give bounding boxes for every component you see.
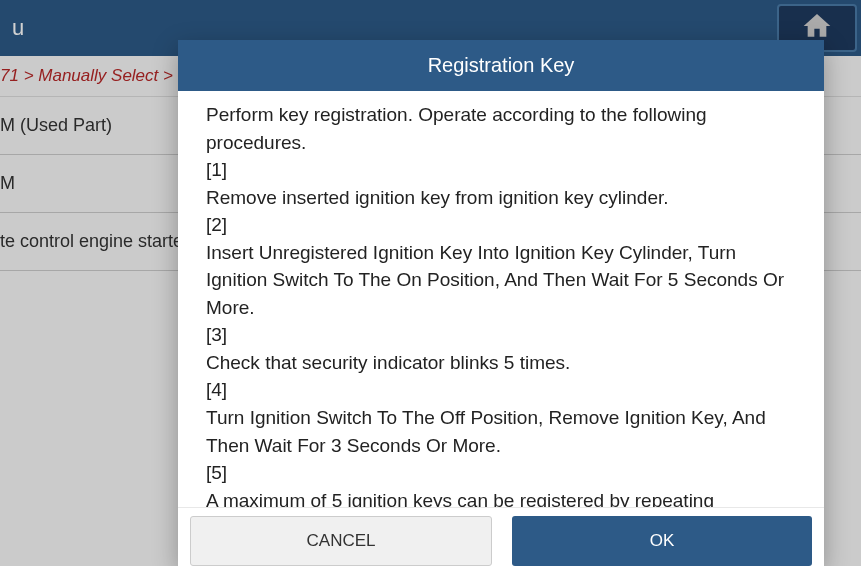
dialog-title: Registration Key xyxy=(178,40,824,91)
cancel-button[interactable]: CANCEL xyxy=(190,516,492,566)
registration-key-dialog: Registration Key Perform key registratio… xyxy=(178,40,824,566)
ok-button[interactable]: OK xyxy=(512,516,812,566)
dialog-body: Perform key registration. Operate accord… xyxy=(178,91,824,507)
dialog-footer: CANCEL OK xyxy=(178,507,824,566)
dialog-body-text: Perform key registration. Operate accord… xyxy=(206,104,789,507)
